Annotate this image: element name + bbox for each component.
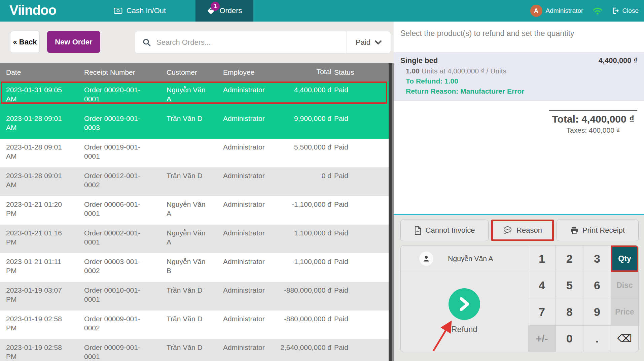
order-row[interactable]: 2023-01-19 03:07 PMOrder 00010-001-0001T… xyxy=(0,282,389,310)
column-header-total[interactable]: Total xyxy=(279,63,331,81)
order-row[interactable]: 2023-01-28 09:01 AMOrder 00019-001-0003T… xyxy=(0,110,389,139)
order-row[interactable]: 2023-01-19 02:58 PMOrder 00009-001-0001T… xyxy=(0,339,389,361)
tab-orders[interactable]: 1 Orders xyxy=(195,0,253,22)
column-header-employee[interactable]: Employee xyxy=(223,63,279,81)
order-date-cell: 2023-01-28 09:01 AM xyxy=(6,110,84,139)
to-refund-line: To Refund: 1.00 xyxy=(406,77,637,85)
numpad-key-9[interactable]: 9 xyxy=(583,299,611,325)
orders-panel: « Back New Order Paid Dat xyxy=(0,22,394,361)
order-total-cell: 0 đ xyxy=(279,167,331,196)
order-status-cell: Paid xyxy=(331,110,389,139)
refund-area: Refund xyxy=(401,272,528,352)
total-amount: Total: 4,400,000 ₫ xyxy=(549,113,637,125)
order-receipt-cell: Order 00003-001-0002 xyxy=(84,253,167,282)
numpad-key-disc[interactable]: Disc xyxy=(611,272,638,298)
numpad-key-1[interactable]: 1 xyxy=(528,245,556,272)
print-receipt-button[interactable]: Print Receipt xyxy=(557,220,639,241)
order-receipt-cell: Order 00012-001-0002 xyxy=(84,167,167,196)
wifi-icon[interactable] xyxy=(593,6,603,15)
order-customer-cell: Nguyễn Văn A xyxy=(167,196,223,225)
order-total-cell: 4,400,000 đ xyxy=(279,81,331,110)
customer-button[interactable]: Nguyễn Văn A xyxy=(401,245,528,272)
refund-label: Refund xyxy=(451,325,477,334)
order-employee-cell: Administrator xyxy=(223,196,279,225)
numpad-key-8[interactable]: 8 xyxy=(556,299,583,325)
order-employee-cell: Administrator xyxy=(223,110,279,139)
orders-count-badge: 1 xyxy=(211,2,220,11)
status-filter-dropdown[interactable]: Paid xyxy=(347,31,391,53)
order-status-cell: Paid xyxy=(331,310,389,339)
search-icon xyxy=(142,38,151,47)
numpad-key-3[interactable]: 3 xyxy=(583,245,611,272)
numpad-key-qty[interactable]: Qty xyxy=(611,245,638,272)
numpad-key-dot[interactable]: . xyxy=(583,326,611,352)
orders-scrollbar[interactable] xyxy=(389,63,394,361)
order-employee-cell: Administrator xyxy=(223,225,279,253)
button-label: Reason xyxy=(516,226,542,235)
button-label: Cannot Invoice xyxy=(426,226,475,235)
keypad-section: Nguyễn Văn A Refund 123Qty456Disc789Pric… xyxy=(400,245,639,352)
order-status-cell: Paid xyxy=(331,225,389,253)
customer-name: Nguyễn Văn A xyxy=(433,255,508,263)
pos-app: Viindoo Cash In/Out 1 Orders xyxy=(0,0,644,361)
order-date-cell: 2023-01-19 02:58 PM xyxy=(6,310,84,339)
order-totals: Total: 4,400,000 ₫ Taxes: 400,000 ₫ xyxy=(549,110,637,134)
search-orders-input[interactable] xyxy=(156,38,347,47)
speech-bubble-icon xyxy=(503,226,512,235)
order-row[interactable]: 2023-01-28 09:01 AMOrder 00019-001-0001A… xyxy=(0,139,389,167)
column-header-date[interactable]: Date xyxy=(6,63,84,81)
numpad-key-4[interactable]: 4 xyxy=(528,272,556,298)
action-buttons: Cannot Invoice Reason xyxy=(400,220,639,241)
column-header-status[interactable]: Status xyxy=(331,63,389,81)
tab-cash-in-out[interactable]: Cash In/Out xyxy=(107,0,173,22)
order-row[interactable]: 2023-01-21 01:11 PMOrder 00003-001-0002N… xyxy=(0,253,389,282)
numpad-key-6[interactable]: 6 xyxy=(583,272,611,298)
order-receipt-cell: Order 00006-001-0001 xyxy=(84,196,167,225)
order-total-cell: -880,000,000 đ xyxy=(279,282,331,310)
scrollbar-thumb[interactable] xyxy=(389,63,392,361)
new-order-button[interactable]: New Order xyxy=(47,31,100,53)
order-date-cell: 2023-01-19 02:58 PM xyxy=(6,339,84,361)
numpad-key-2[interactable]: 2 xyxy=(556,245,583,272)
order-receipt-cell: Order 00010-001-0001 xyxy=(84,282,167,310)
order-date-cell: 2023-01-28 09:01 AM xyxy=(6,139,84,167)
back-button[interactable]: « Back xyxy=(10,31,40,53)
order-customer-cell: Trần Văn D xyxy=(167,339,223,361)
numpad-key-5[interactable]: 5 xyxy=(556,272,583,298)
numpad-key-price[interactable]: Price xyxy=(611,299,638,325)
order-status-cell: Paid xyxy=(331,81,389,110)
close-button[interactable]: Close xyxy=(612,7,639,14)
column-header-customer[interactable]: Customer xyxy=(167,63,223,81)
refund-product-line[interactable]: Single bed 4,400,000 ₫ 1.00 Units at 4,0… xyxy=(394,52,644,101)
avatar: A xyxy=(530,5,542,17)
reason-button[interactable]: Reason xyxy=(491,220,554,241)
order-employee-cell: Administrator xyxy=(223,282,279,310)
product-name: Single bed xyxy=(400,56,438,65)
order-total-cell: -1,100,000 đ xyxy=(279,253,331,282)
backspace-key[interactable]: ⌫ xyxy=(611,326,638,352)
order-customer-cell: Trần Văn D xyxy=(167,310,223,339)
order-row[interactable]: 2023-01-31 09:05 AMOrder 00020-001-0001N… xyxy=(0,81,389,110)
product-price: 4,400,000 ₫ xyxy=(599,56,637,65)
user-menu[interactable]: A Administrator xyxy=(530,5,583,17)
numpad-key-plus-minus[interactable]: +/- xyxy=(528,326,556,352)
search-bar: Paid xyxy=(135,31,391,54)
order-customer-cell: Trần Văn D xyxy=(167,110,223,139)
tab-label: Orders xyxy=(219,6,242,15)
order-row[interactable]: 2023-01-21 01:16 PMOrder 00002-001-0001N… xyxy=(0,225,389,253)
numpad-key-0[interactable]: 0 xyxy=(556,326,583,352)
username: Administrator xyxy=(546,7,583,14)
order-row[interactable]: 2023-01-19 02:58 PMOrder 00009-001-0002T… xyxy=(0,310,389,339)
refund-button[interactable] xyxy=(449,288,480,320)
order-status-cell: Paid xyxy=(331,339,389,361)
cannot-invoice-button[interactable]: Cannot Invoice xyxy=(400,220,489,241)
numpad-key-7[interactable]: 7 xyxy=(528,299,556,325)
order-row[interactable]: 2023-01-21 01:20 PMOrder 00006-001-0001N… xyxy=(0,196,389,225)
order-date-cell: 2023-01-19 03:07 PM xyxy=(6,282,84,310)
order-receipt-cell: Order 00019-001-0003 xyxy=(84,110,167,139)
product-unit-price: Units at 4,000,000 ₫ / Units xyxy=(420,67,506,75)
order-employee-cell: Administrator xyxy=(223,167,279,196)
order-row[interactable]: 2023-01-28 09:01 AMOrder 00012-001-0002T… xyxy=(0,167,389,196)
order-customer-cell: Trần Văn D xyxy=(167,167,223,196)
column-header-receipt[interactable]: Receipt Number xyxy=(84,63,167,81)
